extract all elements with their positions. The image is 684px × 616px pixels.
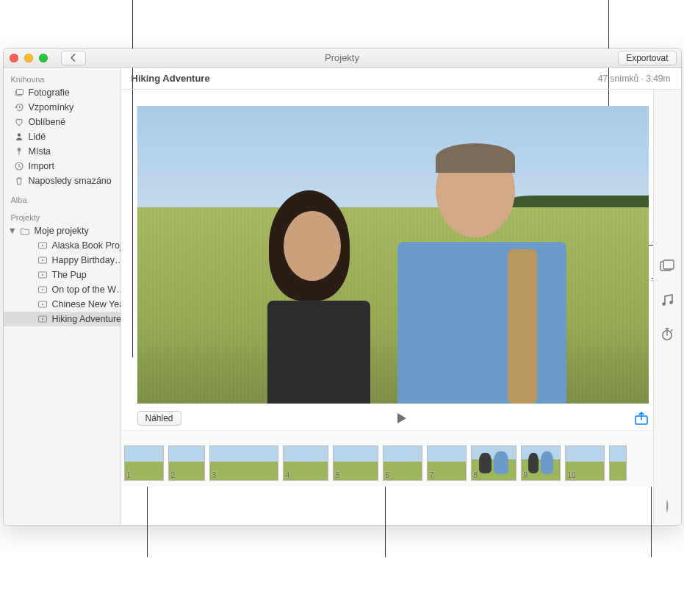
main-content: Hiking Adventure 47 snímků · 3:49m <box>121 68 681 525</box>
add-photos-button[interactable] <box>660 498 674 513</box>
sidebar-item-photos[interactable]: Fotografie <box>4 85 120 100</box>
thumbnail-number: 1 <box>127 471 132 479</box>
sidebar-item-label: The Pup <box>52 270 87 280</box>
thumbnail[interactable]: 9 <box>521 445 561 481</box>
thumbnail-number: 7 <box>430 471 434 479</box>
thumbnail[interactable]: 5 <box>333 445 378 481</box>
thumbnail-number: 3 <box>212 471 217 479</box>
sidebar-item-label: Místa <box>29 146 51 157</box>
thumbnail[interactable]: 6 <box>383 445 422 481</box>
sidebar-item-label: Moje projekty <box>35 226 89 236</box>
sidebar-item-my-projects[interactable]: ▼ Moje projekty <box>4 223 120 238</box>
sidebar-item-label: Import <box>29 161 54 171</box>
svg-rect-1 <box>16 90 23 95</box>
slideshow-icon <box>37 284 48 295</box>
slideshow-preview[interactable] <box>137 106 649 404</box>
thumbnail[interactable]: 7 <box>427 445 467 481</box>
sidebar-item-label: Naposledy smazáno <box>29 176 112 186</box>
thumbnail[interactable]: 3 <box>209 445 278 481</box>
back-button[interactable] <box>61 51 86 65</box>
sidebar-item-people[interactable]: Lidé <box>4 129 120 144</box>
folder-icon <box>20 226 30 236</box>
project-duration: 3:49m <box>646 74 670 84</box>
music-button[interactable] <box>660 293 674 307</box>
photo-stack-icon <box>14 87 24 98</box>
thumbnail-number: 5 <box>336 471 340 479</box>
sidebar-item-memories[interactable]: Vzpomínky <box>4 100 120 115</box>
svg-point-16 <box>669 301 673 304</box>
slideshow-icon <box>37 270 48 280</box>
sidebar-project-item[interactable]: Alaska Book Proj… <box>4 238 120 253</box>
clock-back-icon <box>14 102 24 112</box>
sidebar-project-item[interactable]: Happy Birthday… <box>4 253 120 268</box>
sidebar-item-recently-deleted[interactable]: Naposledy smazáno <box>4 173 120 188</box>
thumbnail[interactable]: 2 <box>168 445 205 481</box>
export-button[interactable]: Exportovat <box>618 51 676 65</box>
sidebar-item-label: Alaska Book Proj… <box>52 240 120 251</box>
duration-button[interactable] <box>660 326 674 341</box>
sidebar-section-library: Knihovna <box>4 72 120 85</box>
thumbnail-number: 10 <box>568 471 576 479</box>
heart-icon <box>14 117 24 127</box>
svg-point-2 <box>17 133 20 136</box>
sidebar-section-projects: Projekty <box>4 210 120 223</box>
right-toolbar <box>653 90 681 525</box>
thumbnail[interactable]: 4 <box>283 445 328 481</box>
svg-rect-14 <box>663 260 674 269</box>
preview-button[interactable]: Náhled <box>137 411 181 426</box>
thumbnail[interactable]: 10 <box>565 445 605 481</box>
svg-rect-4 <box>18 151 19 155</box>
slideshow-icon <box>37 255 48 265</box>
thumbnail[interactable]: 8 <box>471 445 516 481</box>
slideshow-icon <box>37 240 48 251</box>
trash-icon <box>14 176 24 186</box>
play-button[interactable] <box>395 412 408 425</box>
minimize-window-button[interactable] <box>24 54 33 62</box>
thumbnail-number: 9 <box>524 471 528 479</box>
svg-point-15 <box>662 302 666 306</box>
thumbnail-number: 6 <box>386 471 390 479</box>
sidebar-item-label: Chinese New Year <box>52 299 120 309</box>
thumbnail-number: 2 <box>171 471 176 479</box>
disclosure-triangle-icon[interactable]: ▼ <box>8 226 15 236</box>
sidebar-item-label: Oblíbené <box>29 117 66 127</box>
sidebar-project-item[interactable]: Hiking Adventure <box>4 312 120 326</box>
thumbnail-number: 8 <box>474 471 478 479</box>
slideshow-icon <box>37 314 48 324</box>
slideshow-icon <box>37 299 48 309</box>
stopwatch-icon <box>660 326 674 341</box>
plus-circle-icon <box>666 501 668 512</box>
thumbnail-number: 4 <box>286 471 290 479</box>
play-icon <box>395 412 408 425</box>
titlebar: Projekty Exportovat <box>4 49 681 68</box>
pin-icon <box>14 146 24 157</box>
preview-button-label: Náhled <box>145 413 173 423</box>
export-button-label: Exportovat <box>626 53 668 63</box>
sidebar-item-places[interactable]: Místa <box>4 144 120 159</box>
sidebar-item-label: Lidé <box>29 132 46 142</box>
chevron-left-icon <box>70 54 76 62</box>
theme-icon <box>660 259 674 273</box>
sidebar-item-label: Vzpomínky <box>29 102 74 112</box>
sidebar-project-item[interactable]: Chinese New Year <box>4 297 120 312</box>
sidebar: Knihovna Fotografie Vzpomínky Oblíbené L… <box>4 68 121 525</box>
sidebar-item-favorites[interactable]: Oblíbené <box>4 115 120 129</box>
sidebar-project-item[interactable]: The Pup <box>4 268 120 282</box>
share-button[interactable] <box>634 412 649 425</box>
window-controls <box>10 54 48 62</box>
thumbnail[interactable] <box>609 445 627 481</box>
zoom-window-button[interactable] <box>39 54 48 62</box>
preview-person <box>240 183 372 404</box>
sidebar-item-label: Happy Birthday… <box>52 255 120 265</box>
theme-button[interactable] <box>660 259 674 273</box>
thumbnail[interactable]: 1 <box>124 445 164 481</box>
project-title: Hiking Adventure <box>132 73 210 84</box>
sidebar-item-import[interactable]: Import <box>4 159 120 173</box>
thumbnail-rail[interactable]: 12345678910 <box>121 430 681 487</box>
project-frame-count: 47 snímků <box>598 74 638 84</box>
close-window-button[interactable] <box>10 54 18 62</box>
sidebar-section-albums: Alba <box>4 193 120 206</box>
sidebar-project-item[interactable]: On top of the W… <box>4 282 120 297</box>
sidebar-item-label: Hiking Adventure <box>52 314 120 324</box>
sidebar-item-label: On top of the W… <box>52 284 120 295</box>
